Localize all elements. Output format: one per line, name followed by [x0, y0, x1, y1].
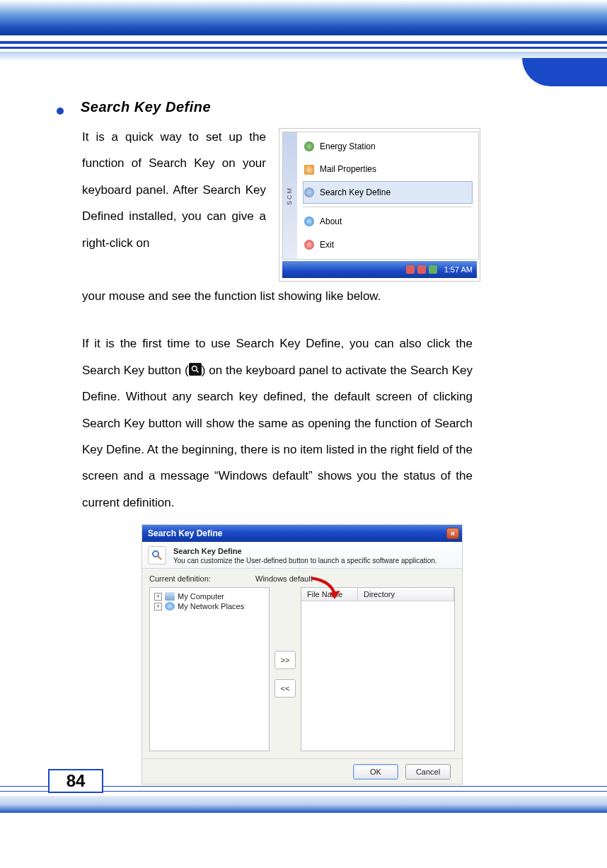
menu-item-label: Mail Properties: [320, 160, 376, 178]
dialog-banner-icon: [148, 546, 166, 565]
current-definition-row: Current definition: Windows default: [149, 574, 455, 583]
list-header: File Name Directory: [301, 588, 454, 601]
menu-item-search-key-define[interactable]: Search Key Define: [303, 181, 473, 204]
menu-item-energy-station[interactable]: Energy Station: [303, 135, 473, 158]
paragraph-1: It is a quick way to set up the function…: [82, 124, 552, 309]
page-top-rule-thick: [0, 41, 607, 44]
column-directory[interactable]: Directory: [358, 588, 454, 601]
menu-item-mail-properties[interactable]: Mail Properties: [303, 158, 473, 180]
info-icon: [304, 216, 314, 226]
mail-icon: [304, 165, 314, 175]
magnifier-icon: [189, 363, 202, 376]
current-definition-value: Windows default: [255, 574, 313, 583]
paragraph-2b: ) on the keyboard panel to activate the …: [82, 364, 473, 509]
page-top-gradient: [0, 0, 607, 35]
exit-icon: [304, 240, 314, 250]
taskbar-clock: 1:57 AM: [444, 261, 473, 278]
paragraph-1b: your mouse and see the function list sho…: [82, 283, 473, 309]
transfer-buttons: >> <<: [270, 587, 301, 751]
menu-separator: [303, 207, 473, 207]
dialog-titlebar: Search Key Define ×: [142, 525, 462, 542]
list-pane[interactable]: File Name Directory: [301, 587, 455, 751]
section-heading-row: Search Key Define: [57, 99, 552, 115]
cancel-button[interactable]: Cancel: [405, 764, 451, 780]
tree-item-my-network-places[interactable]: + My Network Places: [154, 602, 265, 611]
dialog-footer: OK Cancel: [142, 758, 462, 784]
dialog-title: Search Key Define: [148, 528, 222, 538]
figure-tray-menu: SCM Energy Station Mail Properties: [279, 128, 480, 282]
content-area: Search Key Define It is a quick way to s…: [57, 99, 552, 785]
page-corner-swoop: [522, 58, 607, 86]
tree-item-label: My Computer: [178, 592, 224, 601]
tray-icon[interactable]: [417, 265, 426, 274]
paragraph-1a: It is a quick way to set up the function…: [82, 124, 266, 256]
menu-item-about[interactable]: About: [303, 210, 473, 233]
add-button[interactable]: >>: [274, 651, 296, 669]
current-definition-label: Current definition:: [149, 574, 234, 583]
svg-point-2: [153, 551, 158, 557]
page-number: 84: [48, 769, 103, 793]
bullet-dot-icon: [57, 108, 64, 115]
paragraph-2: If it is the first time to use Search Ke…: [82, 330, 473, 516]
computer-icon: [165, 592, 175, 601]
tree-pane[interactable]: + My Computer + My Network Places: [149, 587, 270, 751]
tray-sidebar-label: SCM: [283, 132, 297, 259]
menu-item-label: About: [320, 212, 342, 231]
system-taskbar: 1:57 AM: [282, 261, 477, 278]
search-key-icon: [304, 187, 314, 197]
tray-context-menu: Energy Station Mail Properties Search Ke…: [297, 132, 478, 259]
remove-button[interactable]: <<: [274, 679, 296, 698]
ok-button[interactable]: OK: [353, 764, 398, 780]
document-page: Search Key Define It is a quick way to s…: [0, 0, 607, 868]
banner-title: Search Key Define: [173, 546, 437, 556]
close-button[interactable]: ×: [446, 528, 459, 539]
expand-icon[interactable]: +: [154, 603, 162, 611]
banner-description: You can customize the User-defined butto…: [173, 556, 437, 565]
tree-item-label: My Network Places: [178, 602, 244, 611]
expand-icon[interactable]: +: [154, 593, 162, 601]
menu-item-label: Search Key Define: [320, 183, 391, 202]
section-heading: Search Key Define: [81, 99, 211, 115]
page-top-rule-thin: [0, 47, 607, 49]
figure-dialog: Search Key Define × Search Key Define: [141, 524, 463, 785]
menu-item-exit[interactable]: Exit: [303, 233, 473, 256]
menu-item-label: Energy Station: [320, 137, 376, 156]
dialog-banner: Search Key Define You can customize the …: [142, 542, 462, 569]
tray-icon[interactable]: [406, 265, 415, 274]
svg-line-3: [158, 556, 161, 560]
menu-item-label: Exit: [320, 236, 334, 254]
svg-point-0: [192, 366, 197, 371]
svg-line-1: [196, 371, 198, 373]
column-file-name[interactable]: File Name: [301, 588, 358, 601]
energy-icon: [304, 141, 314, 151]
network-places-icon: [165, 602, 175, 611]
tree-item-my-computer[interactable]: + My Computer: [154, 592, 265, 601]
tray-icon[interactable]: [429, 265, 437, 274]
